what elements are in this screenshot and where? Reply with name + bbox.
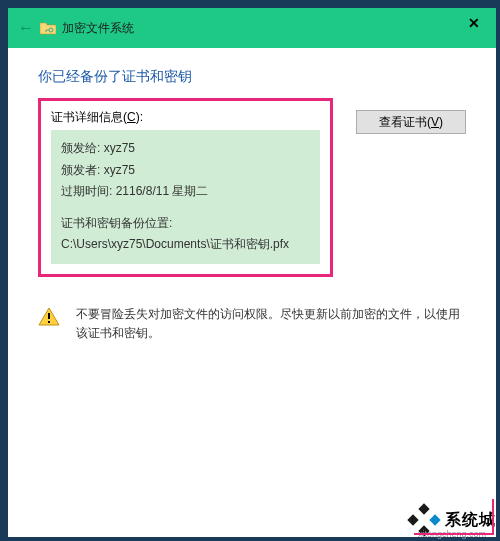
page-heading: 你已经备份了证书和密钥 [38,68,466,86]
view-certificate-button[interactable]: 查看证书(V) [356,110,466,134]
backup-location-value: C:\Users\xyz75\Documents\证书和密钥.pfx [61,234,310,256]
efs-dialog-window: ← 加密文件系统 ✕ 你已经备份了证书和密钥 证书详细信息(C): 颁发给: x… [8,8,496,537]
backup-location-label: 证书和密钥备份位置: [61,213,310,235]
cert-info-box: 颁发给: xyz75 颁发者: xyz75 过期时间: 2116/8/11 星期… [51,130,320,264]
issued-by-value: xyz75 [104,163,135,177]
cert-details-highlight: 证书详细信息(C): 颁发给: xyz75 颁发者: xyz75 过期时间: 2… [38,98,333,277]
folder-key-icon [40,21,56,35]
warning-text: 不要冒险丢失对加密文件的访问权限。尽快更新以前加密的文件，以使用该证书和密钥。 [76,305,466,343]
window-title: 加密文件系统 [62,20,134,37]
dialog-content: 你已经备份了证书和密钥 证书详细信息(C): 颁发给: xyz75 颁发者: x… [8,48,496,537]
expiry-row: 过期时间: 2116/8/11 星期二 [61,181,310,203]
warning-icon [38,307,60,343]
titlebar: ← 加密文件系统 ✕ [8,8,496,48]
cert-details-label: 证书详细信息(C): [51,109,320,126]
svg-rect-1 [48,313,50,319]
close-button[interactable]: ✕ [451,8,496,38]
issued-to-row: 颁发给: xyz75 [61,138,310,160]
issued-to-value: xyz75 [104,141,135,155]
expiry-value: 2116/8/11 星期二 [116,184,209,198]
close-icon: ✕ [468,15,480,31]
annotation-corner [414,499,494,535]
svg-rect-2 [48,321,50,323]
issued-by-row: 颁发者: xyz75 [61,160,310,182]
back-arrow-icon[interactable]: ← [18,19,34,37]
warning-section: 不要冒险丢失对加密文件的访问权限。尽快更新以前加密的文件，以使用该证书和密钥。 [38,305,466,343]
